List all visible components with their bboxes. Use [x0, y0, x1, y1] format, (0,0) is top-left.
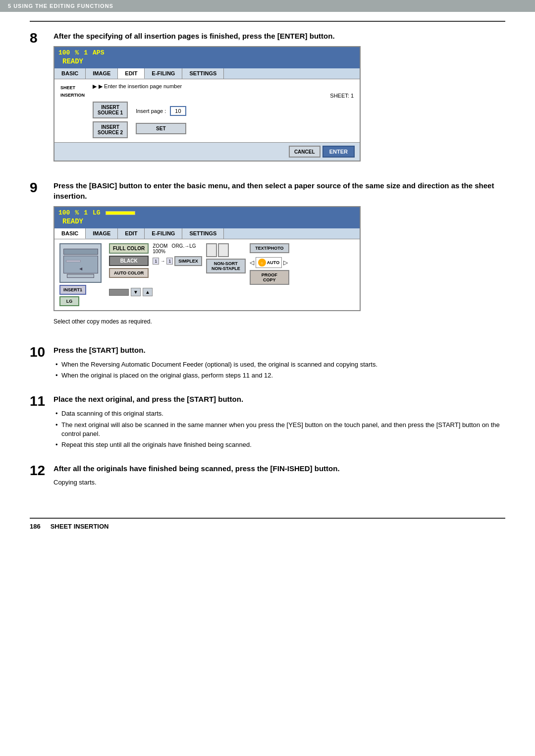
header-bar: 5 USING THE EDITING FUNCTIONS [0, 0, 535, 12]
step-9-title: Press the [BASIC] button to enter the ba… [54, 180, 505, 201]
tab-efiling-2[interactable]: E-FILING [145, 228, 182, 239]
step-8-content: After the specifying of all insertion pa… [54, 31, 505, 168]
lcd-icon-bar-2: READY [54, 216, 360, 228]
lcd-ready-1: READY [58, 56, 87, 67]
step-10-number: 10 [30, 345, 50, 360]
zoom-percent: 100% [153, 249, 165, 254]
tab-image-2[interactable]: IMAGE [86, 228, 118, 239]
btn-insert-source-1[interactable]: INSERTSOURCE 1 [93, 102, 128, 118]
btn-full-color[interactable]: FULL COLOR [109, 243, 149, 254]
btn-set[interactable]: SET [136, 123, 186, 134]
lcd-tabs-1: BASIC IMAGE EDIT E-FILING SETTINGS [54, 68, 360, 79]
btn-lg[interactable]: LG [59, 296, 79, 306]
tab-basic-1[interactable]: BASIC [54, 68, 86, 79]
step-11-content: Place the next original, and press the [… [54, 394, 505, 451]
btn-proof-copy[interactable]: PROOFCOPY [250, 270, 289, 285]
device-body: ◀ [63, 256, 98, 273]
step-10-bullet-1: When the Reversing Automatic Document Fe… [54, 360, 505, 369]
right-col: TEXT/PHOTO ◁ ☼ AUTO ▷ [250, 243, 289, 285]
lcd-controls-area: FULL COLOR BLACK AUTO COLOR ZOOM [109, 243, 355, 296]
step-10: 10 Press the [START] button. When the Re… [30, 345, 505, 382]
device-top-feeder [63, 249, 98, 255]
header-text: 5 USING THE EDITING FUNCTIONS [8, 3, 113, 9]
device-insert-label: INSERT1 [59, 285, 104, 295]
controls-main-row: FULL COLOR BLACK AUTO COLOR ZOOM [109, 243, 355, 285]
lcd-device-area: ◀ INSERT1 LG [59, 243, 355, 306]
meter-bar [106, 211, 135, 215]
simplex-area: 1 → 1 SIMPLEX [153, 256, 202, 266]
lcd-status-bar-1: 100 % 1 APS READY [54, 47, 360, 68]
lcd-icon-bar-1: READY [54, 56, 360, 68]
zoom-col: ZOOM ORG.→LG 100% 1 → [153, 243, 202, 266]
tab-efiling-1[interactable]: E-FILING [145, 68, 182, 79]
step-10-bullets: When the Reversing Automatic Document Fe… [54, 360, 505, 380]
device-label: ◀ [64, 267, 98, 271]
lcd-top-row-2: 100 % 1 LG [54, 207, 360, 216]
device-slot [66, 260, 81, 262]
footer: 186 SHEET INSERTION [0, 519, 535, 534]
btn-insert1-main[interactable]: INSERT1 [59, 285, 86, 295]
device-image: ◀ [59, 243, 102, 283]
auto-label: AUTO [267, 260, 279, 265]
insert-page-label: Insert page : [136, 108, 166, 114]
lcd-status-pct-1: % [75, 49, 79, 56]
btn-enter[interactable]: ENTER [322, 146, 355, 158]
btn-non-sort[interactable]: NON-SORTNON-STAPLE [206, 259, 246, 273]
simplex-icon-1: 1 [153, 258, 159, 265]
insert-page-row: Insert page : 10 [136, 106, 186, 116]
step-9-number: 9 [30, 180, 50, 196]
source-buttons: INSERTSOURCE 1 INSERTSOURCE 2 [93, 102, 128, 138]
nav-right-btn[interactable]: ▷ [283, 259, 288, 266]
tab-basic-2[interactable]: BASIC [54, 228, 86, 239]
btn-cancel[interactable]: CANCEL [289, 146, 321, 158]
step-11-bullet-1: Data scanning of this original starts. [54, 409, 505, 418]
step-12-content: After all the originals have finished be… [54, 463, 505, 486]
tab-settings-2[interactable]: SETTINGS [182, 228, 224, 239]
step-10-content: Press the [START] button. When the Rever… [54, 345, 505, 382]
tab-image-1[interactable]: IMAGE [86, 68, 118, 79]
step-11-bullets: Data scanning of this original starts. T… [54, 409, 505, 449]
nav-arrow-1: ▶ [93, 83, 97, 90]
step-8-number: 8 [30, 31, 50, 46]
lcd-body-right: ▶ ▶ Enter the insertion page number SHEE… [93, 83, 354, 138]
tab-settings-1[interactable]: SETTINGS [182, 68, 224, 79]
sheet-insertion-label: SHEETINSERTION [60, 83, 85, 98]
auto-row: ◁ ☼ AUTO ▷ [250, 257, 289, 268]
lcd-status-pct-2: % [75, 209, 79, 216]
btn-simplex[interactable]: SIMPLEX [174, 256, 202, 266]
lcd-panel-1: 100 % 1 APS READY BASIC IMAGE EDIT E-FIL… [54, 46, 361, 162]
btn-black[interactable]: BLACK [109, 256, 149, 266]
step-9: 9 Press the [BASIC] button to enter the … [30, 180, 505, 333]
lcd-status-bar-2: 100 % 1 LG READY [54, 207, 360, 228]
step-12-text: Copying starts. [54, 479, 505, 486]
footer-title: SHEET INSERTION [51, 523, 109, 530]
btn-insert-source-2[interactable]: INSERTSOURCE 2 [93, 121, 128, 138]
main-content: 8 After the specifying of all insertion … [0, 22, 535, 513]
btn-auto-color[interactable]: AUTO COLOR [109, 268, 149, 278]
lcd-panel-2: 100 % 1 LG READY BASIC IMAGE EDIT E-FI [54, 206, 361, 311]
step-8-title: After the specifying of all insertion pa… [54, 31, 505, 41]
device-lg-label: LG [59, 296, 104, 306]
nav-left-btn[interactable]: ◁ [250, 259, 254, 266]
tab-edit-1[interactable]: EDIT [118, 68, 145, 79]
step-10-title: Press the [START] button. [54, 345, 505, 355]
insert-controls: INSERTSOURCE 1 INSERTSOURCE 2 Insert pag… [93, 102, 354, 138]
step-12-number: 12 [30, 463, 50, 479]
paper-icons [206, 243, 246, 257]
sheet-info: SHEET: 1 [330, 93, 354, 99]
nav-down[interactable]: ▼ [131, 288, 141, 296]
tab-edit-2[interactable]: EDIT [118, 228, 145, 239]
auto-icon: ☼ [258, 259, 266, 267]
page-number: 186 [30, 523, 41, 530]
lcd-bottom-bar-1: CANCEL ENTER [54, 142, 360, 161]
nav-up[interactable]: ▲ [143, 288, 153, 296]
btn-text-photo[interactable]: TEXT/PHOTO [250, 243, 289, 253]
auto-area: ☼ AUTO [256, 257, 282, 268]
bottom-bar-indicator [109, 289, 129, 296]
paper-icon-1 [206, 243, 217, 257]
step-11-title: Place the next original, and press the [… [54, 394, 505, 404]
zoom-info: ZOOM ORG.→LG 100% [153, 243, 196, 254]
color-buttons-col: FULL COLOR BLACK AUTO COLOR [109, 243, 149, 278]
insert-page-value[interactable]: 10 [170, 106, 186, 116]
device-image-container: ◀ INSERT1 LG [59, 243, 104, 306]
